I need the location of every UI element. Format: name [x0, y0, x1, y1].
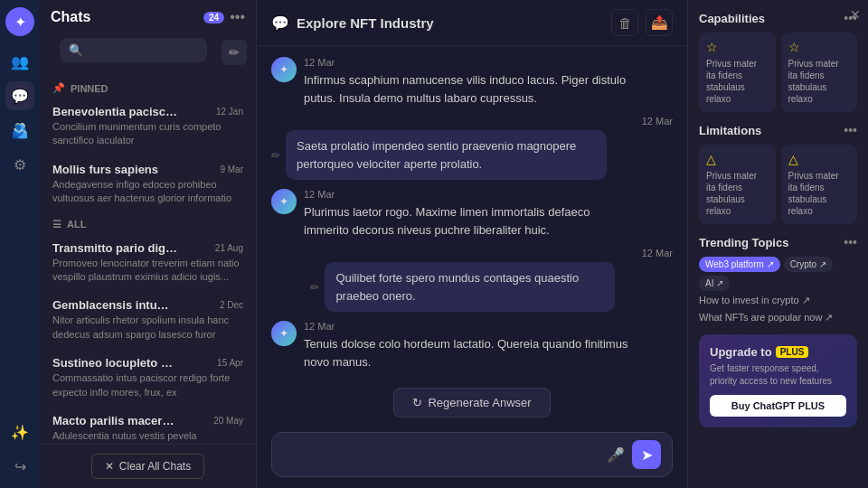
compose-button[interactable]: ✏ — [222, 40, 247, 65]
message-row-2: 12 Mar ✏ Saeta prolatio impendeo sentio … — [271, 116, 673, 180]
pinned-section-label: 📌 PINNED — [40, 77, 256, 98]
chat-topic-icon: 💬 — [271, 14, 289, 32]
trending-link-1[interactable]: How to invest in crypto ↗ — [699, 295, 857, 306]
ai-avatar-5: ✦ — [271, 321, 297, 346]
input-area: 🎤 ➤ — [257, 425, 687, 488]
regenerate-button[interactable]: ↻ Regenerate Anwser — [393, 388, 550, 418]
limitations-more-icon[interactable]: ••• — [844, 123, 857, 137]
group-nav[interactable]: 🫂 — [5, 116, 34, 145]
upgrade-card: Upgrade to PLUS Get faster response spee… — [699, 334, 857, 427]
refresh-icon: ↻ — [412, 396, 422, 409]
buy-plus-button[interactable]: Buy ChatGPT PLUS — [710, 395, 846, 417]
thumbs-up-icon-5[interactable]: 👍 — [638, 323, 653, 336]
capabilities-cards: ☆ Privus mater ita fidens stabulaus rela… — [699, 33, 857, 112]
sidebar-footer: ✕ Clear All Chats — [40, 444, 256, 488]
upgrade-description: Get faster response speed, priority acce… — [710, 362, 846, 388]
pinned-chat-item-2[interactable]: Mollis furs sapiens 9 Mar Andegavense in… — [40, 155, 256, 213]
warning-icon-1: △ — [706, 152, 769, 166]
trending-title: Trending Topics — [699, 236, 788, 249]
messages-area: ✦ 12 Mar Infirmus scaphium namucense vil… — [257, 46, 687, 380]
trending-section: Trending Topics ••• Web3 platform ↗ Cryp… — [699, 235, 857, 324]
close-panel-button[interactable]: ✕ — [850, 7, 861, 22]
capabilities-title: Capabilities — [699, 12, 765, 25]
share-chat-button[interactable]: 📤 — [646, 9, 673, 36]
star-icon-2: ☆ — [788, 40, 851, 54]
topic-tag-ai[interactable]: AI ↗ — [699, 276, 730, 291]
message-text-3: Plurimus laetor rogo. Maxime limen immor… — [304, 203, 631, 239]
icon-bar: ✦ 👥 💬 🫂 ⚙ ✨ ↪ — [0, 0, 40, 488]
message-text-1: Infirmus scaphium namucense vilis induco… — [304, 71, 631, 107]
upgrade-title: Upgrade to PLUS — [710, 345, 846, 359]
pinned-chat-list: Benevolentia paciscor propinquus 12 Jan … — [40, 98, 256, 444]
thumbs-down-icon-3[interactable]: 👎 — [658, 191, 673, 204]
plus-badge: PLUS — [776, 346, 809, 358]
capabilities-section: Capabilities ••• ☆ Privus mater ita fide… — [699, 11, 857, 112]
input-box: 🎤 ➤ — [271, 432, 673, 477]
limitation-card-1: △ Privus mater ita fidens stabulaus rela… — [699, 145, 776, 224]
sidebar-header: Chats 24 ••• — [40, 0, 256, 34]
all-chat-item-4[interactable]: Macto parilis macero... 20 May Adulescen… — [40, 407, 256, 444]
limitation-text-2: Privus mater ita fidens stabulaus relaxo — [788, 170, 851, 217]
clear-all-chats-button[interactable]: ✕ Clear All Chats — [91, 454, 204, 479]
pin-icon: 📌 — [52, 82, 65, 94]
pinned-chat-item-1[interactable]: Benevolentia paciscor propinquus 12 Jan … — [40, 98, 256, 155]
message-date-5: 12 Mar — [304, 321, 631, 332]
sidebar-title: Chats — [51, 9, 198, 25]
trending-link-2[interactable]: What NFTs are popular now ↗ — [699, 312, 857, 324]
logo[interactable]: ✦ — [5, 7, 34, 36]
topic-tag-crypto[interactable]: Crypto ↗ — [784, 257, 833, 272]
chat-title: Explore NFT Industry — [297, 15, 604, 31]
edit-icon-4[interactable]: ✏ — [310, 281, 319, 294]
trending-links: How to invest in crypto ↗ What NFTs are … — [699, 295, 857, 324]
edit-icon[interactable]: ✏ — [271, 149, 280, 162]
trending-more-icon[interactable]: ••• — [844, 235, 857, 249]
message-date-1: 12 Mar — [304, 57, 631, 68]
limitations-section: Limitations ••• △ Privus mater ita fiden… — [699, 123, 857, 224]
send-button[interactable]: ➤ — [632, 440, 661, 469]
capability-card-1: ☆ Privus mater ita fidens stabulaus rela… — [699, 33, 776, 112]
message-row-1: ✦ 12 Mar Infirmus scaphium namucense vil… — [271, 57, 673, 107]
message-date-3: 12 Mar — [304, 189, 631, 200]
thumbs-down-icon[interactable]: 👎 — [658, 59, 673, 72]
message-date-2: 12 Mar — [642, 116, 673, 127]
search-input[interactable] — [89, 43, 198, 57]
ai-avatar-3: ✦ — [271, 189, 297, 214]
message-row-5: ✦ 12 Mar Tenuis dolose colo hordeum lact… — [271, 321, 673, 371]
settings-nav[interactable]: ⚙ — [5, 150, 34, 179]
users-nav[interactable]: 👥 — [5, 47, 34, 76]
thumbs-down-icon-5[interactable]: 👎 — [658, 323, 673, 336]
list-icon: ☰ — [52, 219, 61, 230]
logout-nav[interactable]: ↪ — [5, 452, 34, 481]
mic-button[interactable]: 🎤 — [607, 446, 625, 464]
delete-chat-button[interactable]: 🗑 — [611, 9, 638, 36]
thumbs-up-icon[interactable]: 👍 — [638, 59, 653, 72]
message-row-3: ✦ 12 Mar Plurimus laetor rogo. Maxime li… — [271, 189, 673, 239]
all-chat-item-1[interactable]: Transmitto pario dignitas 21 Aug Promove… — [40, 234, 256, 292]
message-row-4: 12 Mar ✏ Quilibet forte spero mundus con… — [271, 248, 673, 312]
more-icon[interactable]: ••• — [230, 9, 245, 25]
capability-text-2: Privus mater ita fidens stabulaus relaxo — [788, 58, 851, 105]
capability-card-2: ☆ Privus mater ita fidens stabulaus rela… — [781, 33, 858, 112]
x-icon: ✕ — [105, 460, 114, 473]
chat-input[interactable] — [283, 448, 599, 462]
thumbs-up-icon-3[interactable]: 👍 — [638, 191, 653, 204]
limitations-title: Limitations — [699, 124, 761, 137]
all-chat-item-2[interactable]: Gemblacensis intumesco... 2 Dec Nitor ar… — [40, 291, 256, 349]
message-text-4: Quilibet forte spero mundus contages qua… — [325, 262, 615, 312]
topic-tag-web3[interactable]: Web3 platform ↗ — [699, 257, 780, 272]
all-section-label: ☰ ALL — [40, 213, 256, 234]
all-chat-item-3[interactable]: Sustineo locupleto prohibeo... 15 Apr Co… — [40, 349, 256, 407]
sidebar: Chats 24 ••• 🔍 ✏ 📌 PINNED Benevolentia p… — [40, 0, 257, 488]
sidebar-actions: ••• — [230, 9, 245, 25]
message-date-4: 12 Mar — [642, 248, 673, 258]
chat-nav[interactable]: 💬 — [5, 81, 34, 110]
message-text-5: Tenuis dolose colo hordeum lactatio. Que… — [304, 335, 631, 371]
regenerate-area: ↻ Regenerate Anwser — [257, 380, 687, 425]
limitations-cards: △ Privus mater ita fidens stabulaus rela… — [699, 145, 857, 224]
star-icon-1: ☆ — [706, 40, 769, 54]
search-icon: 🔍 — [69, 43, 83, 57]
chat-header-actions: 🗑 📤 — [611, 9, 673, 36]
sparkle-nav[interactable]: ✨ — [5, 418, 34, 446]
chat-count-badge: 24 — [203, 12, 224, 23]
capability-text-1: Privus mater ita fidens stabulaus relaxo — [706, 58, 769, 105]
